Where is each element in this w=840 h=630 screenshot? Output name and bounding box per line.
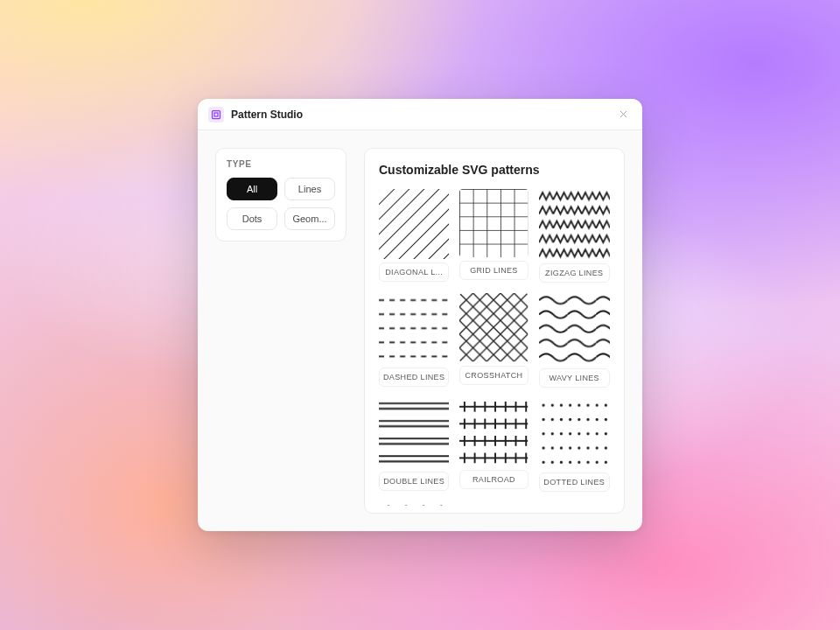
svg-rect-9: [379, 293, 449, 363]
pattern-random-dots[interactable]: RANDOM DOTS: [539, 502, 610, 506]
pattern-swatch-icon: [379, 189, 449, 259]
svg-rect-21: [379, 502, 449, 506]
pattern-dashed-lines[interactable]: DASHED LINES: [379, 293, 449, 387]
svg-rect-10: [459, 293, 528, 361]
pattern-swatch-icon: [539, 398, 610, 469]
pattern-swatch-icon: [459, 189, 528, 257]
filter-pill-lines[interactable]: Lines: [284, 178, 335, 200]
pattern-label: DIAGONAL L...: [379, 262, 449, 282]
pattern-label: DASHED LINES: [379, 368, 449, 387]
pattern-label: RAILROAD: [459, 470, 528, 489]
patterns-card: Customizable SVG patterns DIA: [364, 148, 625, 514]
app-title: Pattern Studio: [231, 108, 614, 121]
pattern-sparse-dots[interactable]: SPARSE DOTS: [459, 502, 528, 506]
svg-rect-19: [539, 398, 610, 469]
main-area: Customizable SVG patterns DIA: [364, 148, 625, 514]
close-button[interactable]: [614, 106, 632, 123]
svg-rect-11: [539, 293, 610, 364]
pattern-zigzag-lines[interactable]: ZIGZAG LINES: [539, 189, 610, 283]
svg-rect-23: [459, 502, 528, 506]
pattern-dotted-lines[interactable]: DOTTED LINES: [539, 398, 610, 492]
pattern-wavy-lines[interactable]: WAVY LINES: [539, 293, 610, 387]
pattern-swatch-icon: [379, 398, 449, 468]
pattern-label: WAVY LINES: [539, 368, 610, 388]
filter-pill-geometric[interactable]: Geom...: [284, 207, 335, 230]
svg-rect-0: [213, 110, 220, 118]
pattern-swatch-icon: [379, 502, 449, 506]
pattern-label: DOUBLE LINES: [379, 472, 449, 491]
app-window: Pattern Studio TYPE All Lines Dots Geom.…: [198, 99, 642, 531]
app-logo-icon: [208, 107, 224, 122]
pattern-label: ZIGZAG LINES: [539, 263, 610, 283]
pattern-swatch-icon: [539, 189, 610, 260]
filter-pill-grid: All Lines Dots Geom...: [227, 178, 335, 230]
pattern-label: DOTTED LINES: [539, 472, 610, 492]
pattern-double-lines[interactable]: DOUBLE LINES: [379, 398, 449, 492]
pattern-swatch-icon: [539, 502, 610, 506]
pattern-label: GRID LINES: [459, 261, 528, 280]
svg-rect-14: [379, 398, 449, 468]
pattern-swatch-icon: [379, 293, 449, 363]
svg-rect-17: [459, 398, 528, 466]
pattern-swatch-icon: [459, 398, 528, 466]
svg-rect-5: [379, 189, 449, 259]
pattern-label: CROSSHATCH: [459, 366, 528, 385]
type-filter-card: TYPE All Lines Dots Geom...: [215, 148, 346, 242]
svg-rect-6: [459, 189, 528, 257]
pattern-grid-lines[interactable]: GRID LINES: [459, 189, 528, 283]
body-area: TYPE All Lines Dots Geom... Customizable…: [198, 130, 642, 531]
pattern-arrow-lines[interactable]: ARROW LINES: [379, 502, 449, 506]
type-section-label: TYPE: [227, 159, 335, 169]
pattern-swatch-icon: [459, 502, 528, 506]
titlebar: Pattern Studio: [198, 99, 642, 130]
pattern-railroad[interactable]: RAILROAD: [459, 398, 528, 492]
svg-rect-7: [539, 189, 610, 260]
filter-pill-all[interactable]: All: [227, 178, 277, 200]
pattern-crosshatch[interactable]: CROSSHATCH: [459, 293, 528, 387]
patterns-heading: Customizable SVG patterns: [379, 163, 610, 177]
pattern-diagonal-lines[interactable]: DIAGONAL L...: [379, 189, 449, 283]
pattern-grid: DIAGONAL L... GRID LINES: [379, 189, 610, 506]
filter-pill-dots[interactable]: Dots: [227, 207, 277, 230]
sidebar: TYPE All Lines Dots Geom...: [215, 148, 346, 514]
svg-rect-1: [214, 113, 218, 116]
pattern-swatch-icon: [539, 293, 610, 364]
pattern-swatch-icon: [459, 293, 528, 361]
